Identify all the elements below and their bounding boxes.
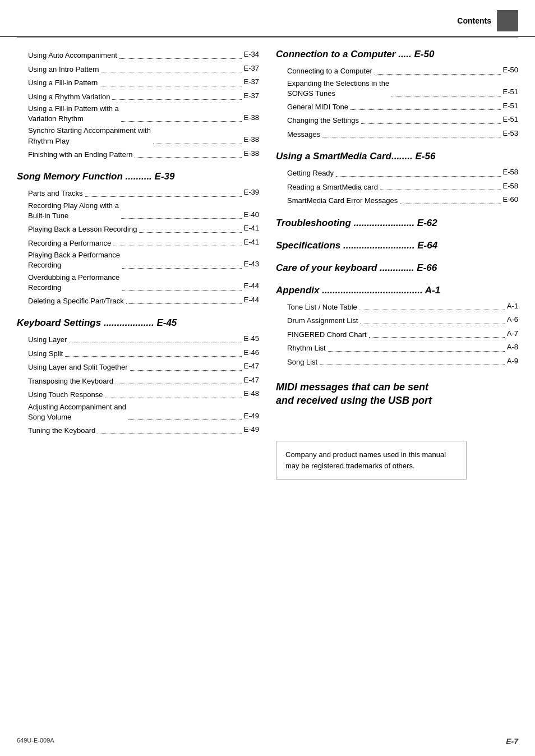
toc-page: E-50 — [503, 64, 518, 77]
section-song-memory: Song Memory Function .......... E-39 — [17, 171, 259, 182]
toc-page: E-60 — [503, 194, 518, 206]
song-memory-entries: Parts and Tracks E-39 Recording Play Alo… — [17, 187, 259, 306]
toc-label: Connecting to a Computer — [287, 66, 372, 77]
toc-page: E-58 — [503, 181, 518, 193]
toc-row-fillin-pattern: Using a Fill-in Pattern E-37 — [17, 76, 259, 89]
toc-label: Adjusting Accompaniment andSong Volume — [28, 402, 126, 422]
toc-row-fillin-variation: Using a Fill-in Pattern with aVariation … — [17, 104, 259, 124]
toc-row-ending-pattern: Finishing with an Ending Pattern E-38 — [17, 148, 259, 160]
toc-row-deleting: Deleting a Specific Part/Track E-44 — [17, 294, 259, 307]
toc-row-recording-performance: Recording a Performance E-41 — [17, 237, 259, 249]
toc-dots — [128, 420, 242, 420]
toc-page: A-7 — [507, 328, 518, 340]
toc-page: A-8 — [507, 342, 518, 354]
header-tab-decoration — [497, 10, 518, 31]
toc-row-messages: Messages E-53 — [276, 128, 518, 140]
toc-label: General MIDI Tone — [287, 102, 348, 113]
toc-row-layer-split: Using Layer and Split Together E-47 — [17, 361, 259, 373]
toc-label: Overdubbing a PerformanceRecording — [28, 273, 119, 293]
toc-label: Tuning the Keyboard — [28, 425, 95, 436]
toc-label: Finishing with an Ending Pattern — [28, 149, 132, 160]
toc-dots — [336, 176, 500, 177]
toc-row-changing-settings: Changing the Settings E-51 — [276, 114, 518, 126]
toc-dots — [328, 351, 505, 352]
toc-page: E-47 — [244, 375, 259, 387]
toc-dots — [121, 121, 242, 122]
toc-page: E-38 — [244, 112, 259, 125]
toc-dots — [369, 337, 505, 338]
computer-entries: Connecting to a Computer E-50 Expanding … — [276, 64, 518, 140]
page: Contents Using Auto Accompaniment E-34 U… — [0, 0, 535, 756]
midi-heading-line2: and received using the USB port — [276, 395, 432, 406]
toc-dots — [130, 370, 242, 371]
toc-label: Reading a SmartMedia card — [287, 182, 378, 193]
keyboard-settings-entries: Using Layer E-45 Using Split E-46 Using … — [17, 333, 259, 436]
toc-dots — [122, 290, 241, 291]
toc-page: E-44 — [244, 280, 259, 293]
toc-label: Using a Fill-in Pattern — [28, 77, 98, 89]
toc-dots — [112, 99, 241, 100]
toc-row-playing-back-performance: Playing Back a PerformanceRecording E-43 — [17, 250, 259, 270]
header: Contents — [0, 0, 535, 37]
toc-page: E-51 — [503, 114, 518, 126]
toc-page: E-58 — [503, 167, 518, 179]
toc-dots — [380, 190, 501, 190]
toc-row-playing-back-lesson: Playing Back a Lesson Recording E-41 — [17, 223, 259, 235]
smartmedia-entries: Getting Ready E-58 Reading a SmartMedia … — [276, 167, 518, 206]
toc-label: Expanding the Selections in theSONGS Tun… — [287, 79, 389, 99]
toc-page: E-51 — [503, 100, 518, 113]
toc-label: Using Touch Response — [28, 389, 103, 400]
toc-label: Tone List / Note Table — [287, 302, 357, 313]
header-title: Contents — [457, 16, 491, 25]
toc-page: E-40 — [244, 209, 259, 222]
toc-dots — [121, 218, 242, 219]
footer-left: 649U-E-009A — [17, 737, 54, 746]
toc-row-smartmedia-error: SmartMedia Card Error Messages E-60 — [276, 194, 518, 206]
toc-dots — [153, 144, 242, 144]
toc-label: Parts and Tracks — [28, 188, 83, 199]
toc-dots — [360, 324, 504, 324]
toc-row-reading-smartmedia: Reading a SmartMedia card E-58 — [276, 181, 518, 193]
toc-label: Messages — [287, 129, 320, 140]
toc-dots — [322, 137, 500, 137]
toc-dots — [139, 232, 241, 233]
toc-row-overdubbing: Overdubbing a PerformanceRecording E-44 — [17, 273, 259, 293]
toc-page: E-41 — [244, 223, 259, 235]
toc-label: Using Layer and Split Together — [28, 362, 128, 373]
toc-label: Song List — [287, 357, 317, 368]
toc-dots — [359, 310, 505, 310]
toc-label: Recording Play Along with aBuilt-in Tune — [28, 201, 119, 221]
toc-dots — [361, 123, 501, 124]
toc-label: Getting Ready — [287, 168, 334, 179]
toc-page: E-37 — [244, 90, 259, 103]
toc-dots — [101, 72, 241, 72]
toc-dots — [105, 398, 241, 398]
toc-page: A-9 — [507, 356, 518, 368]
toc-page: E-41 — [244, 237, 259, 249]
toc-row-tuning: Tuning the Keyboard E-49 — [17, 424, 259, 436]
toc-page: E-51 — [503, 86, 518, 99]
toc-label: SmartMedia Card Error Messages — [287, 195, 398, 206]
toc-dots — [113, 246, 241, 246]
toc-page: E-49 — [244, 411, 259, 423]
toc-dots — [119, 58, 242, 59]
toc-label: Deleting a Specific Part/Track — [28, 296, 124, 307]
toc-dots — [98, 434, 241, 434]
toc-label: Recording a Performance — [28, 238, 111, 249]
toc-row-transposing: Transposing the Keyboard E-47 — [17, 375, 259, 387]
footer-right: E-7 — [506, 737, 518, 746]
toc-row-touch-response: Using Touch Response E-48 — [17, 388, 259, 400]
toc-label: Using Layer — [28, 334, 67, 345]
toc-dots — [135, 157, 241, 158]
toc-label: Drum Assignment List — [287, 315, 358, 326]
toc-row-parts-tracks: Parts and Tracks E-39 — [17, 187, 259, 199]
top-entries: Using Auto Accompaniment E-34 Using an I… — [17, 49, 259, 160]
toc-dots — [69, 343, 241, 343]
toc-dots — [85, 196, 242, 197]
toc-label: Rhythm List — [287, 343, 326, 354]
toc-page: E-38 — [244, 134, 259, 146]
left-column: Using Auto Accompaniment E-34 Using an I… — [17, 49, 259, 480]
toc-dots — [320, 365, 505, 365]
toc-dots — [100, 86, 241, 86]
toc-dots — [65, 356, 241, 357]
